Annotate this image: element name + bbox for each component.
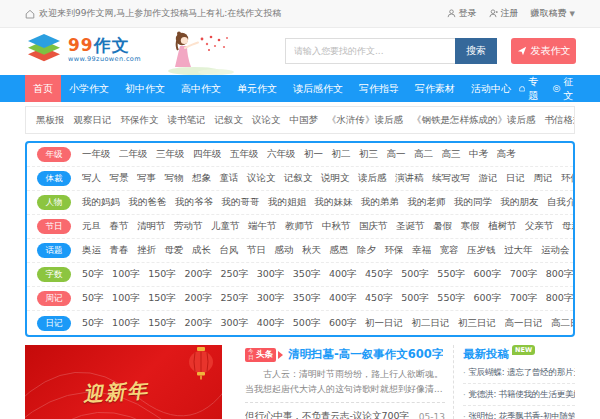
latest-posts-title[interactable]: 最新投稿 bbox=[463, 347, 509, 362]
latest-post-item[interactable]: ·张明怡: 花季飘书香-初中随笔1200 bbox=[463, 406, 575, 419]
filter-link[interactable]: 500字 bbox=[401, 292, 429, 305]
subnav-link[interactable]: 黑板报 bbox=[36, 114, 65, 127]
filter-link[interactable]: 自我介绍 bbox=[547, 196, 573, 209]
filter-link[interactable]: 200字 bbox=[184, 292, 212, 305]
filter-link[interactable]: 三年级 bbox=[156, 148, 185, 161]
filter-link[interactable]: 说明文 bbox=[321, 172, 350, 185]
new-year-banner[interactable]: 迎新年 bbox=[25, 345, 222, 419]
nav-item[interactable]: 写作素材 bbox=[407, 75, 463, 102]
filter-link[interactable]: 青春 bbox=[110, 244, 129, 257]
filter-link[interactable]: 记叙文 bbox=[284, 172, 313, 185]
filter-link[interactable]: 母爱 bbox=[165, 244, 184, 257]
filter-link[interactable]: 高一日记 bbox=[505, 317, 543, 330]
filter-link[interactable]: 600字 bbox=[329, 317, 357, 330]
essay-call-link[interactable]: ◎ 征文 bbox=[552, 75, 575, 103]
filter-link[interactable]: 植树节 bbox=[488, 220, 517, 233]
filter-link[interactable]: 200字 bbox=[184, 317, 212, 330]
filter-link[interactable]: 写物 bbox=[165, 172, 184, 185]
nav-item[interactable]: 初中作文 bbox=[117, 75, 173, 102]
filter-link[interactable]: 演讲稿 bbox=[395, 172, 424, 185]
register-link[interactable]: 注册 bbox=[489, 7, 519, 20]
filter-link[interactable]: 清明节 bbox=[137, 220, 166, 233]
filter-link[interactable]: 环保 bbox=[561, 172, 573, 185]
filter-link[interactable]: 400字 bbox=[257, 317, 285, 330]
filter-link[interactable]: 50字 bbox=[82, 268, 104, 281]
filter-link[interactable]: 中考 bbox=[469, 148, 488, 161]
filter-link[interactable]: 50字 bbox=[82, 292, 104, 305]
filter-link[interactable]: 感动 bbox=[275, 244, 294, 257]
filter-link[interactable]: 我的弟弟 bbox=[361, 196, 399, 209]
filter-link[interactable]: 300字 bbox=[221, 317, 249, 330]
filter-link[interactable]: 初二 bbox=[332, 148, 351, 161]
publish-essay-button[interactable]: 发表作文 bbox=[511, 38, 576, 64]
filter-link[interactable]: 300字 bbox=[257, 268, 285, 281]
subnav-link[interactable]: 《钢铁是怎样炼成的》读后感 bbox=[412, 114, 536, 127]
filter-link[interactable]: 环保 bbox=[385, 244, 404, 257]
filter-link[interactable]: 初一 bbox=[304, 148, 323, 161]
filter-link[interactable]: 童话 bbox=[220, 172, 239, 185]
filter-link[interactable]: 400字 bbox=[329, 292, 357, 305]
filter-link[interactable]: 写景 bbox=[110, 172, 129, 185]
filter-link[interactable]: 感恩 bbox=[330, 244, 349, 257]
filter-link[interactable]: 节日 bbox=[247, 244, 266, 257]
filter-link[interactable]: 劳动节 bbox=[174, 220, 203, 233]
subnav-link[interactable]: 读书笔记 bbox=[168, 114, 206, 127]
filter-link[interactable]: 800字 bbox=[546, 268, 573, 281]
subnav-link[interactable]: 《水浒传》读后感 bbox=[327, 114, 403, 127]
subnav-link[interactable]: 观察日记 bbox=[74, 114, 112, 127]
nav-item[interactable]: 首页 bbox=[25, 75, 61, 102]
subnav-link[interactable]: 环保作文 bbox=[121, 114, 159, 127]
filter-link[interactable]: 台风 bbox=[220, 244, 239, 257]
filter-link[interactable]: 50字 bbox=[82, 317, 104, 330]
filter-link[interactable]: 高考 bbox=[497, 148, 516, 161]
filter-link[interactable]: 550字 bbox=[437, 292, 465, 305]
filter-link[interactable]: 读后感 bbox=[358, 172, 387, 185]
search-input[interactable] bbox=[285, 38, 455, 64]
filter-link[interactable]: 450字 bbox=[365, 268, 393, 281]
filter-link[interactable]: 我的姐姐 bbox=[268, 196, 306, 209]
article-link[interactable]: 但行心中事，不负青云志-议论文700字 bbox=[245, 410, 409, 419]
filter-link[interactable]: 四年级 bbox=[193, 148, 222, 161]
filter-link[interactable]: 我的老师 bbox=[408, 196, 446, 209]
filter-link[interactable]: 日记 bbox=[506, 172, 525, 185]
filter-link[interactable]: 端午节 bbox=[248, 220, 277, 233]
filter-link[interactable]: 秋天 bbox=[302, 244, 321, 257]
filter-link[interactable]: 150字 bbox=[148, 292, 176, 305]
nav-item[interactable]: 单元作文 bbox=[229, 75, 285, 102]
filter-link[interactable]: 500字 bbox=[401, 268, 429, 281]
filter-category-pill[interactable]: 日记 bbox=[37, 316, 71, 331]
filter-category-pill[interactable]: 人物 bbox=[37, 195, 71, 210]
filter-link[interactable]: 我的朋友 bbox=[501, 196, 539, 209]
filter-link[interactable]: 150字 bbox=[148, 317, 176, 330]
filter-link[interactable]: 我的妹妹 bbox=[315, 196, 353, 209]
filter-link[interactable]: 儿童节 bbox=[211, 220, 240, 233]
filter-link[interactable]: 450字 bbox=[365, 292, 393, 305]
filter-link[interactable]: 五年级 bbox=[230, 148, 259, 161]
filter-link[interactable]: 母亲节 bbox=[562, 220, 573, 233]
filter-link[interactable]: 我的爸爸 bbox=[129, 196, 167, 209]
special-topic-link[interactable]: 专题 bbox=[519, 75, 542, 103]
filter-category-pill[interactable]: 节日 bbox=[37, 219, 71, 234]
filter-link[interactable]: 六年级 bbox=[267, 148, 296, 161]
latest-post-item[interactable]: ·党德洪: 书籍使我的生活更美好-关 bbox=[463, 384, 575, 406]
filter-category-pill[interactable]: 体裁 bbox=[37, 171, 71, 186]
nav-item[interactable]: 读后感作文 bbox=[285, 75, 351, 102]
latest-post-item[interactable]: ·宝辰蝴蝶: 遗忘了曾经的那片天-散 bbox=[463, 362, 575, 384]
filter-link[interactable]: 初三日记 bbox=[458, 317, 496, 330]
filter-link[interactable]: 高二日记 bbox=[551, 317, 573, 330]
filter-link[interactable]: 我的爷爷 bbox=[175, 196, 213, 209]
filter-link[interactable]: 高一 bbox=[387, 148, 406, 161]
filter-link[interactable]: 圣诞节 bbox=[396, 220, 425, 233]
filter-link[interactable]: 初二日记 bbox=[412, 317, 450, 330]
filter-link[interactable]: 中秋节 bbox=[322, 220, 351, 233]
filter-link[interactable]: 成长 bbox=[192, 244, 211, 257]
nav-item[interactable]: 高中作文 bbox=[173, 75, 229, 102]
filter-link[interactable]: 周记 bbox=[534, 172, 553, 185]
site-logo[interactable]: 99作文 www.99zuowen.com bbox=[25, 34, 141, 66]
filter-link[interactable]: 350字 bbox=[293, 268, 321, 281]
filter-link[interactable]: 寒假 bbox=[461, 220, 480, 233]
nav-item[interactable]: 活动中心 bbox=[463, 75, 519, 102]
filter-link[interactable]: 暑假 bbox=[433, 220, 452, 233]
earn-fees-dropdown[interactable]: 赚取稿费 ▼ bbox=[531, 7, 575, 20]
filter-link[interactable]: 一年级 bbox=[82, 148, 111, 161]
